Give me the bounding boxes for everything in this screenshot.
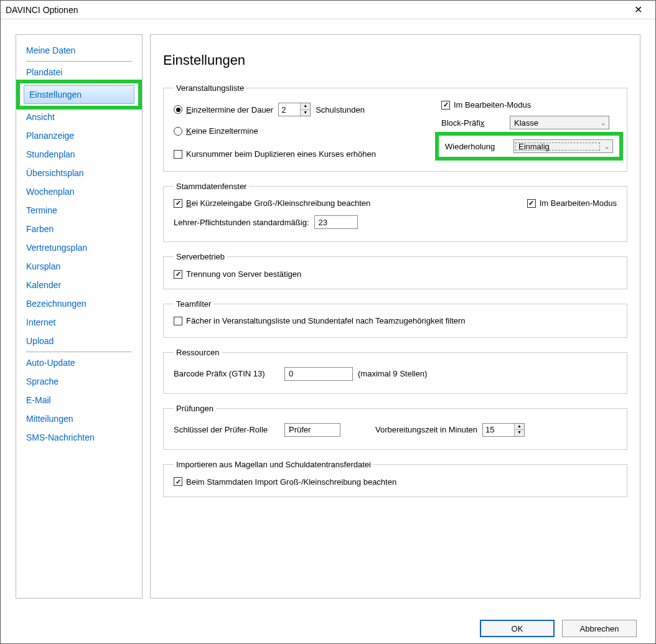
lehrer-input[interactable] <box>314 215 358 229</box>
titlebar: DAVINCI Optionen ✕ <box>1 1 655 19</box>
sidebar-highlight: Einstellungen <box>16 80 142 110</box>
rolle-input[interactable] <box>284 423 340 437</box>
sidebar-item-ansicht[interactable]: Ansicht <box>26 108 132 126</box>
cancel-button[interactable]: Abbrechen <box>562 620 637 637</box>
vorbereitung-stepper[interactable]: ▲▼ <box>482 423 525 437</box>
select-block-praefix-text: Klasse <box>510 118 597 128</box>
check-import-stammdaten[interactable]: Beim Stammdaten Import Groß-/Kleinschrei… <box>174 477 396 487</box>
group-import: Importieren aus Magellan und Schuldatent… <box>163 460 627 497</box>
sidebar-item-wochenplan[interactable]: Wochenplan <box>26 182 132 201</box>
sidebar-item-plananzeige[interactable]: Plananzeige <box>26 126 132 145</box>
group-veranstaltungsliste: Veranstaltungsliste Einzeltermine der Da… <box>163 83 627 172</box>
sidebar: Meine Daten Plandatei Einstellungen Ansi… <box>16 34 143 599</box>
sidebar-item-farben[interactable]: Farben <box>26 220 132 238</box>
sidebar-item-sprache[interactable]: Sprache <box>26 372 132 391</box>
window-title: DAVINCI Optionen <box>6 5 626 15</box>
dauer-stepper[interactable]: ▲▼ <box>278 103 311 116</box>
radio-icon <box>174 105 182 114</box>
legend-veranstaltungsliste: Veranstaltungsliste <box>174 83 246 93</box>
sidebar-divider <box>26 61 132 62</box>
dialog-window: DAVINCI Optionen ✕ Meine Daten Plandatei… <box>0 0 656 644</box>
schulstunden-label: Schulstunden <box>316 105 365 114</box>
page-title: Einstellungen <box>163 52 627 68</box>
lehrer-label: Lehrer-Pflichtstunden standardmäßig: <box>174 218 309 227</box>
radio-icon <box>174 127 182 136</box>
radio-keine-label: Keine Einzeltermine <box>186 126 258 136</box>
sidebar-item-stundenplan[interactable]: Stundenplan <box>26 145 132 164</box>
select-wiederholung-text: Einmalig <box>515 142 601 151</box>
legend-teamfilter: Teamfilter <box>174 299 213 309</box>
check-kuerzel[interactable]: Bei Kürzeleingabe Groß-/Kleinschreibung … <box>174 198 502 208</box>
select-block-praefix[interactable]: Klasse ⌄ <box>510 116 609 129</box>
checkbox-icon <box>174 270 182 279</box>
check-faecher[interactable]: Fächer in Veranstaltungsliste und Stunde… <box>174 316 466 325</box>
footer: OK Abbrechen <box>1 614 655 643</box>
checkbox-icon <box>174 199 182 208</box>
row-block-praefix: Block-Präfix Klasse ⌄ <box>441 116 617 129</box>
chevron-down-icon: ⌄ <box>601 143 612 150</box>
rolle-label: Schlüssel der Prüfer-Rolle <box>174 425 279 434</box>
legend-pruefungen: Prüfungen <box>174 404 216 413</box>
close-icon[interactable]: ✕ <box>626 4 650 16</box>
check-faecher-label: Fächer in Veranstaltungsliste und Stunde… <box>186 316 466 325</box>
chevron-down-icon[interactable]: ▼ <box>301 110 310 116</box>
check-bearbeiten-sd-label: Im Bearbeiten-Modus <box>540 198 617 208</box>
barcode-input[interactable] <box>284 367 353 381</box>
chevron-up-icon[interactable]: ▲ <box>515 424 524 431</box>
checkbox-icon <box>174 477 182 486</box>
legend-import: Importieren aus Magellan und Schuldatent… <box>174 460 373 469</box>
sidebar-item-einstellungen[interactable]: Einstellungen <box>24 85 134 104</box>
radio-einzeltermine-label: Einzeltermine der Dauer <box>186 105 273 114</box>
checkbox-icon <box>174 150 182 159</box>
checkbox-icon <box>174 317 182 325</box>
dauer-input[interactable] <box>279 103 300 116</box>
sidebar-item-mitteilungen[interactable]: Mitteilungen <box>26 409 132 428</box>
chevron-up-icon[interactable]: ▲ <box>301 103 310 110</box>
check-trennung[interactable]: Trennung von Server bestätigen <box>174 269 301 279</box>
sidebar-item-auto-update[interactable]: Auto-Update <box>26 353 132 372</box>
check-kursnummer[interactable]: Kursnummer beim Duplizieren eines Kurses… <box>174 149 376 159</box>
main-panel: Einstellungen Veranstaltungsliste Einzel… <box>150 34 640 599</box>
barcode-hint: (maximal 9 Stellen) <box>358 369 427 378</box>
sidebar-item-uebersichtsplan[interactable]: Übersichtsplan <box>26 164 132 182</box>
check-bearbeiten-label: Im Bearbeiten-Modus <box>454 100 531 110</box>
barcode-label: Barcode Präfix (GTIN 13) <box>174 369 279 378</box>
vorbereitung-input[interactable] <box>483 424 514 436</box>
sidebar-item-termine[interactable]: Termine <box>26 201 132 220</box>
content-area: Meine Daten Plandatei Einstellungen Ansi… <box>1 19 655 614</box>
sidebar-item-plandatei[interactable]: Plandatei <box>26 63 132 82</box>
row-wiederholung: Wiederholung Einmalig ⌄ <box>445 139 613 153</box>
sidebar-item-bezeichnungen[interactable]: Bezeichnungen <box>26 294 132 313</box>
check-bearbeiten-modus-sd[interactable]: Im Bearbeiten-Modus <box>527 198 617 208</box>
group-stammdaten: Stammdatenfenster Bei Kürzeleingabe Groß… <box>163 182 627 242</box>
group-pruefungen: Prüfungen Schlüssel der Prüfer-Rolle Vor… <box>163 404 627 450</box>
sidebar-item-internet[interactable]: Internet <box>26 313 132 332</box>
ok-button[interactable]: OK <box>480 620 555 637</box>
chevron-down-icon[interactable]: ▼ <box>515 430 524 436</box>
sidebar-item-meine-daten[interactable]: Meine Daten <box>26 41 132 60</box>
select-wiederholung[interactable]: Einmalig ⌄ <box>513 139 613 153</box>
group-teamfilter: Teamfilter Fächer in Veranstaltungsliste… <box>163 299 627 338</box>
sidebar-item-sms[interactable]: SMS-Nachrichten <box>26 428 132 447</box>
radio-keine-einzeltermine[interactable]: Keine Einzeltermine <box>174 126 258 136</box>
wiederholung-label: Wiederholung <box>445 142 507 151</box>
chevron-down-icon: ⌄ <box>597 119 609 126</box>
check-import-label: Beim Stammdaten Import Groß-/Kleinschrei… <box>186 477 396 487</box>
check-trennung-label: Trennung von Server bestätigen <box>186 269 301 279</box>
block-praefix-label: Block-Präfix <box>441 118 504 128</box>
radio-einzeltermine[interactable]: Einzeltermine der Dauer <box>174 105 273 114</box>
sidebar-item-email[interactable]: E-Mail <box>26 391 132 409</box>
sidebar-item-kursplan[interactable]: Kursplan <box>26 257 132 276</box>
group-ressourcen: Ressourcen Barcode Präfix (GTIN 13) (max… <box>163 348 627 394</box>
sidebar-item-kalender[interactable]: Kalender <box>26 276 132 294</box>
sidebar-divider <box>26 352 132 352</box>
legend-serverbetrieb: Serverbetrieb <box>174 252 227 261</box>
sidebar-item-vertretungsplan[interactable]: Vertretungsplan <box>26 238 132 257</box>
check-kuerzel-label: Bei Kürzeleingabe Groß-/Kleinschreibung … <box>186 198 370 208</box>
check-bearbeiten-modus-vl[interactable]: Im Bearbeiten-Modus <box>441 100 617 110</box>
vorbereitung-label: Vorbereitungszeit in Minuten <box>375 425 477 434</box>
legend-ressourcen: Ressourcen <box>174 348 222 357</box>
check-kursnummer-label: Kursnummer beim Duplizieren eines Kurses… <box>186 149 376 159</box>
group-serverbetrieb: Serverbetrieb Trennung von Server bestät… <box>163 252 627 289</box>
sidebar-item-upload[interactable]: Upload <box>26 332 132 350</box>
